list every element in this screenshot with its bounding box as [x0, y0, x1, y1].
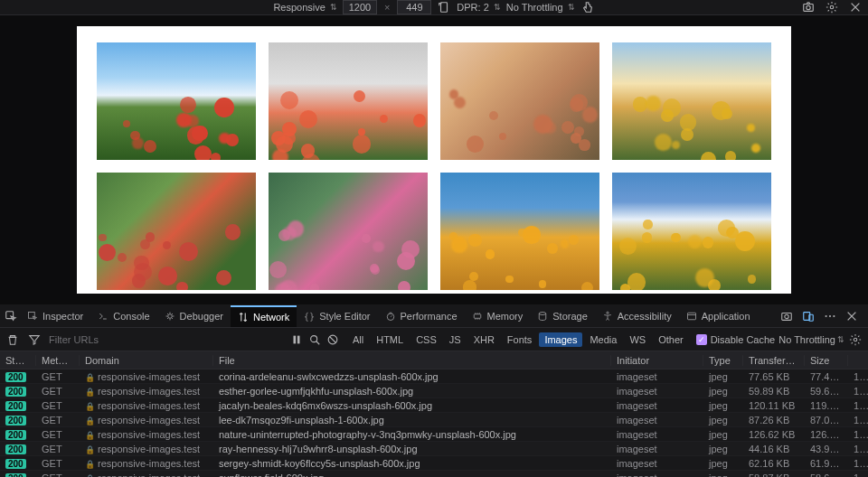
filter-xhr[interactable]: XHR [468, 332, 500, 347]
network-table-header: StatusMethodDomainFileInitiatorTypeTrans… [0, 351, 868, 369]
filter-urls-input[interactable] [49, 334, 212, 345]
clear-icon[interactable] [5, 332, 20, 347]
status-badge: 200 [5, 372, 26, 382]
column-header[interactable]: Size [805, 355, 848, 366]
svg-rect-0 [441, 3, 448, 13]
tab-network[interactable]: Network [231, 305, 297, 327]
svg-rect-11 [687, 313, 695, 320]
svg-rect-19 [293, 335, 296, 343]
viewport-width-input[interactable] [343, 0, 377, 14]
svg-rect-1 [804, 5, 814, 12]
network-request-row[interactable]: 200GETresponsive-images.testlee-dk7msqoz… [0, 413, 868, 427]
svg-point-17 [829, 314, 831, 316]
network-request-row[interactable]: 200GETresponsive-images.testray-hennessy… [0, 442, 868, 456]
network-request-row[interactable]: 200GETresponsive-images.testnature-unint… [0, 427, 868, 442]
status-badge: 200 [5, 459, 26, 469]
dpr-selector[interactable]: DPR: 2 [457, 2, 500, 13]
filter-all[interactable]: All [347, 332, 369, 347]
preview-image [97, 42, 256, 160]
preview-image [269, 173, 428, 290]
svg-point-21 [311, 335, 317, 341]
close-icon[interactable] [848, 0, 863, 14]
pause-icon[interactable] [289, 332, 304, 347]
tab-accessibility[interactable]: Accessibility [595, 305, 679, 327]
tab-console[interactable]: Console [90, 305, 156, 327]
tab-application[interactable]: Application [679, 305, 758, 327]
dimension-separator: × [382, 2, 392, 13]
screenshot-node-icon[interactable] [779, 309, 794, 323]
column-header[interactable]: Method [36, 355, 80, 366]
status-badge: 200 [5, 387, 26, 397]
status-badge: 200 [5, 401, 26, 411]
svg-rect-12 [782, 313, 792, 320]
pick-element-icon[interactable] [4, 309, 18, 323]
network-table: StatusMethodDomainFileInitiatorTypeTrans… [0, 351, 868, 477]
preview-image [612, 42, 771, 160]
svg-point-13 [785, 314, 788, 318]
network-request-row[interactable]: 200GETresponsive-images.testsergey-shmid… [0, 456, 868, 471]
svg-point-18 [833, 314, 835, 316]
page-canvas [77, 26, 791, 294]
filter-fonts[interactable]: Fonts [502, 332, 538, 347]
network-request-row[interactable]: 200GETresponsive-images.testsunflower-fi… [0, 471, 868, 477]
network-request-row[interactable]: 200GETresponsive-images.testjacalyn-beal… [0, 398, 868, 413]
status-badge: 200 [5, 473, 26, 478]
preview-image [269, 42, 428, 160]
network-request-row[interactable]: 200GETresponsive-images.testcorina-ardel… [0, 369, 868, 384]
svg-point-2 [807, 5, 810, 9]
preview-image [440, 173, 599, 290]
network-toolbar: AllHTMLCSSJSXHRFontsImagesMediaWSOther D… [0, 328, 868, 351]
column-header[interactable]: Initiator [611, 355, 703, 366]
preview-image [97, 173, 256, 290]
disable-cache-checkbox[interactable]: Disable Cache [696, 334, 776, 345]
filter-css[interactable]: CSS [410, 332, 442, 347]
screenshot-icon[interactable] [801, 0, 816, 14]
tab-style-editor[interactable]: Style Editor [297, 305, 377, 327]
search-icon[interactable] [307, 332, 322, 347]
rotate-icon[interactable] [437, 0, 451, 14]
responsive-mode-icon[interactable] [801, 309, 816, 323]
filter-html[interactable]: HTML [371, 332, 409, 347]
status-badge: 200 [5, 444, 26, 454]
svg-rect-8 [474, 313, 481, 318]
svg-point-3 [830, 5, 834, 9]
column-header[interactable]: Status [0, 355, 36, 366]
network-request-row[interactable]: 200GETresponsive-images.testesther-gorle… [0, 384, 868, 398]
filter-images[interactable]: Images [539, 332, 582, 347]
devtools-tabs: InspectorConsoleDebuggerNetworkStyle Edi… [0, 304, 868, 328]
network-settings-icon[interactable] [848, 332, 863, 347]
tab-inspector[interactable]: Inspector [20, 305, 90, 327]
tab-storage[interactable]: Storage [530, 305, 595, 327]
filter-icon[interactable] [27, 332, 42, 347]
block-icon[interactable] [326, 332, 340, 347]
tab-memory[interactable]: Memory [465, 305, 531, 327]
settings-icon[interactable] [825, 0, 839, 14]
filter-other[interactable]: Other [653, 332, 689, 347]
status-badge: 200 [5, 430, 26, 440]
filter-js[interactable]: JS [444, 332, 467, 347]
devtools-panel: InspectorConsoleDebuggerNetworkStyle Edi… [0, 304, 868, 477]
preview-image [612, 173, 771, 290]
throttling-selector[interactable]: No Throttling [506, 2, 575, 13]
device-selector[interactable]: Responsive [273, 2, 336, 13]
filter-media[interactable]: Media [584, 332, 622, 347]
status-badge: 200 [5, 416, 26, 426]
network-throttling-selector[interactable]: No Throttling [778, 334, 844, 345]
tab-debugger[interactable]: Debugger [157, 305, 231, 327]
preview-image [440, 42, 599, 160]
viewport-height-input[interactable] [397, 0, 431, 14]
svg-point-23 [854, 338, 857, 341]
column-header[interactable]: File [213, 355, 611, 366]
column-header[interactable]: Domain [80, 355, 213, 366]
kebab-menu-icon[interactable] [823, 309, 837, 323]
svg-point-9 [540, 312, 547, 314]
column-header[interactable]: Transferred [743, 355, 805, 366]
svg-point-16 [826, 314, 827, 316]
touch-simulation-icon[interactable] [580, 0, 595, 14]
responsive-design-toolbar: Responsive × DPR: 2 No Throttling [0, 0, 868, 15]
tab-performance[interactable]: Performance [378, 305, 465, 327]
close-devtools-icon[interactable] [844, 309, 859, 323]
column-header[interactable]: Type [703, 355, 743, 366]
svg-rect-20 [297, 335, 300, 343]
filter-ws[interactable]: WS [624, 332, 651, 347]
